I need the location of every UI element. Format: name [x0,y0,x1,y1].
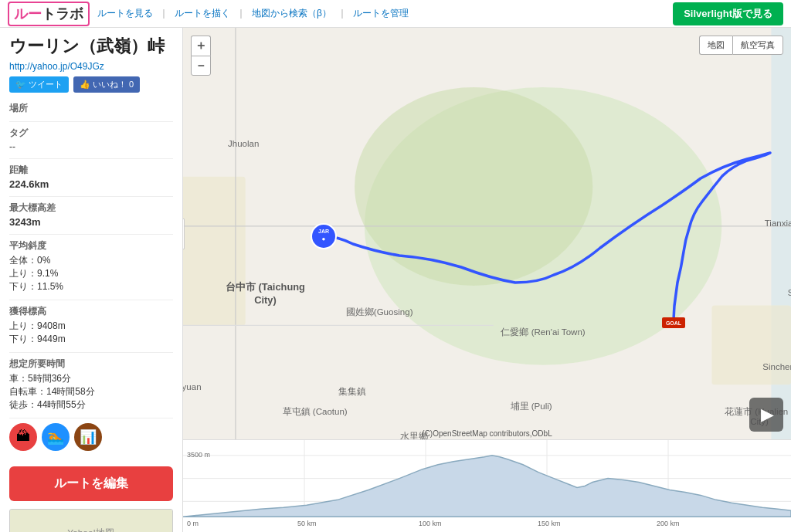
edit-route-button[interactable]: ルートを編集 [9,466,173,501]
like-icon: 👍 [80,80,90,90]
svg-rect-6 [183,177,246,326]
icon-chart[interactable]: 📊 [74,423,102,451]
svg-text:仁愛鄉 (Ren'ai Town): 仁愛鄉 (Ren'ai Town) [500,327,585,337]
tweet-button[interactable]: 🐦 ツイート [9,76,69,93]
elevation-diff-value: 3243m [9,216,173,228]
svg-text:200 km: 200 km [657,520,679,527]
tag-value: -- [9,141,173,152]
svg-rect-7 [711,306,791,385]
elevation-diff-section: 最大標高差 3243m [9,202,173,228]
elevation-gain-up: 上り：9408m [9,320,173,333]
svg-text:Jhuolan: Jhuolan [228,139,259,148]
svg-text:Sincheng: Sincheng [762,362,791,371]
nav-link-search[interactable]: 地図から検索（β） [252,7,331,20]
nav-link-draw[interactable]: ルートを描く [175,7,230,20]
header: ルートラボ ルートを見る ｜ ルートを描く ｜ 地図から検索（β） ｜ ルートを… [0,0,791,28]
nav-links: ルートを見る ｜ ルートを描く ｜ 地図から検索（β） ｜ ルートを管理 [97,7,409,20]
svg-text:集集鎮: 集集鎮 [338,387,366,396]
time-car: 車：5時間36分 [9,372,173,385]
slope-up: 上り：9.1% [9,267,173,280]
elevation-gain-down: 下り：9449m [9,333,173,346]
location-section: 場所 [9,102,173,115]
svg-text:50 km: 50 km [297,520,316,527]
play-button[interactable] [749,398,783,432]
nav-link-view[interactable]: ルートを見る [97,7,153,20]
svg-text:0 m: 0 m [187,520,199,527]
svg-text:Sioulin: Sioulin [788,288,791,297]
map-attribution: (C)OpenStreetMap contributors,ODbL [422,429,552,438]
svg-text:City): City) [254,294,277,306]
elevation-area: 3500 m 0 m 50 km 100 km 150 km 200 km [183,439,791,532]
map-type-buttons: 地図 航空写真 [699,36,783,55]
silverlight-button[interactable]: Silverlight版で見る [673,2,783,25]
map-type-aerial[interactable]: 航空写真 [732,36,783,55]
elevation-diff-label: 最大標高差 [9,202,173,215]
main-layout: ウーリン（武嶺）峠 http://yahoo.jp/O49JGz 🐦 ツイート … [0,28,791,532]
map-controls: ＋ － [191,36,211,76]
time-walk: 徒歩：44時間55分 [9,398,173,412]
time-label: 想定所要時間 [9,357,173,371]
logo: ルートラボ [8,2,90,26]
zoom-in-button[interactable]: ＋ [191,36,211,56]
location-label: 場所 [9,102,173,115]
yahoo-map-thumbnail[interactable]: Yahoo!地図 [9,509,173,532]
svg-text:台中市 (Taichung: 台中市 (Taichung [226,281,305,293]
page-title: ウーリン（武嶺）峠 [9,36,173,58]
svg-text:150 km: 150 km [538,520,560,527]
nav-link-manage[interactable]: ルートを管理 [353,7,409,20]
distance-section: 距離 224.6km [9,164,173,190]
svg-text:3500 m: 3500 m [187,451,210,459]
right-content: 2017-03-11 07:58:47 投稿者：??? [183,28,791,532]
svg-text:埔里 (Puli): 埔里 (Puli) [510,402,552,411]
social-buttons: 🐦 ツイート 👍 いいね！ 0 [9,76,173,93]
tag-section: タグ -- [9,127,173,152]
svg-text:Tianxian: Tianxian [765,219,791,228]
slope-section: 平均斜度 全体：0% 上り：9.1% 下り：11.5% [9,239,173,293]
zoom-out-button[interactable]: － [191,56,211,76]
like-button[interactable]: 👍 いいね！ 0 [73,76,140,93]
icon-row: 🏔 🏊 📊 [9,423,173,451]
icon-swim[interactable]: 🏊 [42,423,70,451]
svg-point-5 [355,87,592,286]
time-section: 想定所要時間 車：5時間36分 自転車：14時間58分 徒歩：44時間55分 [9,357,173,412]
svg-text:草屯鎮 (Caotun): 草屯鎮 (Caotun) [283,407,348,416]
twitter-icon: 🐦 [15,80,26,90]
time-bike: 自転車：14時間58分 [9,385,173,398]
route-url[interactable]: http://yahoo.jp/O49JGz [9,61,173,72]
sidebar-toggle[interactable]: ＜ [183,219,185,249]
sidebar: ウーリン（武嶺）峠 http://yahoo.jp/O49JGz 🐦 ツイート … [0,28,183,532]
map-type-map[interactable]: 地図 [699,36,732,55]
map-area: 2017-03-11 07:58:47 投稿者：??? [183,28,791,439]
distance-value: 224.6km [9,178,173,190]
svg-text:國姓鄉(Guosing): 國姓鄉(Guosing) [346,307,413,317]
svg-text:Fenyuan: Fenyuan [183,382,202,391]
distance-label: 距離 [9,164,173,177]
tag-label: タグ [9,127,173,140]
svg-text:Yahoo!地図: Yahoo!地図 [67,527,114,532]
elevation-gain-label: 獲得標高 [9,305,173,318]
elevation-gain-section: 獲得標高 上り：9408m 下り：9449m [9,305,173,346]
slope-label: 平均斜度 [9,239,173,252]
icon-mountain[interactable]: 🏔 [9,423,37,451]
svg-text:100 km: 100 km [419,520,441,527]
slope-down: 下り：11.5% [9,280,173,293]
slope-all: 全体：0% [9,254,173,267]
